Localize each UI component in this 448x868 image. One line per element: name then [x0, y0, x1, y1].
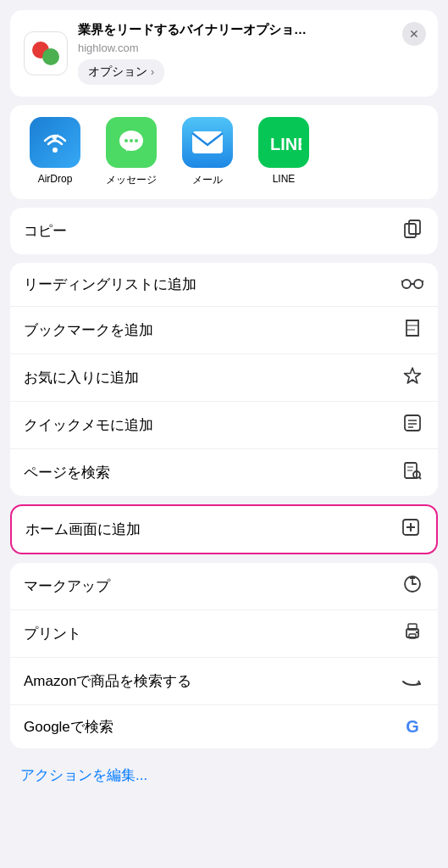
- menu-group-2: リーディングリストに追加 ブックマークを追加: [10, 263, 438, 496]
- highlow-logo: [30, 37, 62, 70]
- amazon-icon: [401, 670, 424, 693]
- airdrop-wifi-icon: [40, 127, 70, 158]
- edit-actions-button[interactable]: アクションを編集...: [20, 765, 147, 785]
- print-icon: [401, 622, 424, 645]
- page-domain: highlow.com: [78, 42, 424, 54]
- svg-rect-20: [405, 415, 420, 431]
- mail-icon-wrap: [182, 117, 233, 168]
- header-info: 業界をリードするバイナリーオプショ… highlow.com オプション ›: [78, 22, 424, 85]
- share-apps-row: AirDrop メッセージ: [10, 105, 438, 199]
- book-icon: [401, 319, 424, 342]
- menu-item-copy[interactable]: コピー: [10, 208, 438, 254]
- svg-rect-10: [409, 220, 420, 234]
- memo-icon: [401, 414, 424, 437]
- menu-item-add-home[interactable]: ホーム画面に追加: [12, 506, 436, 553]
- menu-item-bookmark[interactable]: ブックマークを追加: [10, 307, 438, 354]
- menu-item-search-page[interactable]: ページを検索: [10, 449, 438, 496]
- menu-item-amazon[interactable]: Amazonで商品を検索する: [10, 658, 438, 705]
- line-logo-icon: LINE: [266, 125, 301, 160]
- close-icon: ✕: [409, 27, 419, 41]
- messages-bubble-icon: [115, 126, 147, 159]
- messages-label: メッセージ: [106, 173, 157, 187]
- close-button[interactable]: ✕: [402, 22, 426, 46]
- mail-envelope-icon: [191, 130, 224, 155]
- menu-item-quick-memo[interactable]: クイックメモに追加: [10, 402, 438, 449]
- svg-point-2: [53, 147, 58, 153]
- svg-rect-8: [192, 131, 223, 153]
- chevron-right-icon: ›: [151, 66, 154, 78]
- svg-line-26: [419, 477, 421, 479]
- menu-item-add-home-section: ホーム画面に追加: [10, 504, 438, 554]
- search-doc-icon: [401, 461, 424, 484]
- svg-point-38: [416, 632, 418, 633]
- svg-rect-11: [405, 224, 416, 237]
- options-button[interactable]: オプション ›: [78, 59, 164, 85]
- menu-group-copy: コピー: [10, 208, 438, 254]
- app-messages[interactable]: メッセージ: [93, 117, 169, 187]
- airdrop-label: AirDrop: [38, 173, 73, 185]
- svg-line-16: [423, 281, 423, 282]
- bottom-action-section: アクションを編集...: [0, 757, 448, 805]
- plus-square-icon: [399, 518, 423, 541]
- menu-item-favorites[interactable]: お気に入りに追加: [10, 354, 438, 402]
- svg-point-5: [124, 139, 128, 142]
- star-icon: [401, 366, 424, 389]
- messages-icon-wrap: [106, 117, 157, 168]
- svg-point-1: [42, 48, 59, 65]
- app-airdrop[interactable]: AirDrop: [17, 117, 93, 185]
- app-mail[interactable]: メール: [169, 117, 246, 187]
- app-icon: [24, 31, 68, 75]
- svg-point-13: [414, 280, 423, 288]
- menu-item-google[interactable]: Googleで検索 G: [10, 705, 438, 748]
- line-label: LINE: [273, 173, 296, 185]
- svg-point-7: [135, 139, 138, 142]
- google-icon: G: [401, 717, 424, 737]
- page-title: 業界をリードするバイナリーオプショ…: [78, 22, 349, 38]
- copy-icon: [401, 220, 424, 242]
- menu-item-markup[interactable]: マークアップ: [10, 563, 438, 610]
- menu-group-3: マークアップ プリント Am: [10, 563, 438, 748]
- svg-text:LINE: LINE: [270, 135, 301, 153]
- svg-line-15: [401, 281, 402, 282]
- line-icon-wrap: LINE: [258, 117, 309, 168]
- share-header-card: 業界をリードするバイナリーオプショ… highlow.com オプション › ✕: [10, 10, 438, 97]
- svg-point-12: [402, 280, 411, 288]
- svg-point-6: [130, 139, 133, 142]
- svg-marker-19: [405, 368, 421, 383]
- glasses-icon: [401, 275, 424, 294]
- menu-item-print[interactable]: プリント: [10, 610, 438, 658]
- app-line[interactable]: LINE LINE: [246, 117, 322, 185]
- airdrop-icon-wrap: [30, 117, 80, 168]
- mail-label: メール: [192, 173, 223, 187]
- menu-item-reading-list[interactable]: リーディングリストに追加: [10, 263, 438, 307]
- markup-icon: [401, 575, 424, 598]
